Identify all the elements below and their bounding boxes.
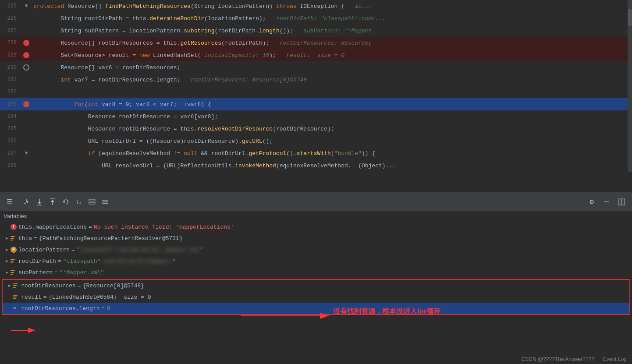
run-to-cursor-btn[interactable]: T↓ <box>73 196 85 208</box>
layout-btn[interactable] <box>615 196 628 208</box>
breakpoint-disabled-230[interactable] <box>23 64 29 71</box>
code-line-230[interactable]: 230 Resource[] var6 = rootDirResources; <box>0 61 632 74</box>
code-line-231[interactable]: 231 int var7 = rootDirResources.length; … <box>0 74 632 86</box>
var-equals: = <box>78 283 81 289</box>
line-number: 233 <box>0 101 21 107</box>
svg-marker-2 <box>38 202 41 204</box>
debugger-toolbar: ☰ <box>0 193 632 211</box>
line-gutter-229 <box>21 52 32 58</box>
code-content-233: for(int var8 = 0; var8 < var7; ++var8) { <box>32 101 632 108</box>
line-gutter-225: ▼ <box>21 3 32 9</box>
expand-arrow[interactable]: ▶ <box>4 258 11 265</box>
step-over-btn[interactable] <box>20 196 32 208</box>
no-expand <box>6 305 13 312</box>
line-number: 234 <box>0 113 21 120</box>
code-line-226[interactable]: 226 String rootDirPath = this.determineR… <box>0 12 632 25</box>
toolbar-right: ⚙ ― <box>586 196 628 208</box>
var-row-location-pattern[interactable]: ▶ P locationPattern = "classpath*:com/bb… <box>0 244 632 255</box>
var-equals: = <box>89 224 92 230</box>
rerun-icon <box>62 198 70 206</box>
csdn-label: CSDN @????The Answer???? <box>522 356 594 362</box>
breakpoint-228[interactable] <box>23 40 29 46</box>
code-line-228[interactable]: 228 Resource[] rootDirResources = this.g… <box>0 37 632 49</box>
code-line-234[interactable]: 234 Resource rootDirResource = var6[var8… <box>0 110 632 123</box>
step-into-btn[interactable] <box>33 196 46 208</box>
var-value: "classpath*:com/bb/ab/dc/_mapper.xml" <box>77 247 203 253</box>
run-to-cursor-icon: T↓ <box>75 198 83 206</box>
error-icon: ! <box>11 224 17 230</box>
no-expand <box>6 293 13 300</box>
step-out-btn[interactable] <box>46 196 59 208</box>
line-gutter-228 <box>21 40 32 46</box>
variables-panel: Variables ! this.mapperLocations = No su… <box>0 211 632 364</box>
code-content-229: Set<Resource> result = new LinkedHashSet… <box>32 52 632 59</box>
var-equals: = <box>54 269 58 276</box>
code-content-230: Resource[] var6 = rootDirResources; <box>32 64 632 71</box>
code-line-232[interactable]: 232 <box>0 86 632 98</box>
vertical-scrollbar[interactable] <box>628 0 632 172</box>
expand-arrow[interactable]: ▶ <box>4 269 11 276</box>
scrollbar-thumb[interactable] <box>628 9 632 26</box>
step-out-icon <box>49 198 57 206</box>
rerun-btn[interactable] <box>60 196 72 208</box>
code-content-231: int var7 = rootDirResources.length; root… <box>32 77 632 83</box>
code-line-235[interactable]: 235 Resource rootDirResource = this.reso… <box>0 123 632 135</box>
code-content-236: URL rootDirUrl = ((Resource)rootDirResou… <box>32 138 632 145</box>
code-line-229[interactable]: 229 Set<Resource> result = new LinkedHas… <box>0 49 632 61</box>
breakpoint-229[interactable] <box>23 52 29 58</box>
line-number: 229 <box>0 52 21 58</box>
line-number: 232 <box>0 89 21 95</box>
threads-btn[interactable] <box>99 196 111 208</box>
var-name: rootDirResources.length <box>21 305 99 312</box>
var-name: rootDirResources <box>21 283 76 289</box>
settings-btn[interactable]: ⚙ <box>586 196 598 208</box>
line-number: 227 <box>0 28 21 34</box>
line-number: 236 <box>0 138 21 144</box>
line-gutter-233 <box>21 101 32 107</box>
var-equals: = <box>58 258 61 265</box>
arrow-marker: ▼ <box>25 3 28 9</box>
code-line-236[interactable]: 236 URL rootDirUrl = ((Resource)rootDirR… <box>0 135 632 147</box>
var-row-sub-pattern[interactable]: ▶ subPattern = "*Mapper.xml" <box>0 267 632 278</box>
svg-marker-5 <box>51 200 54 202</box>
breakpoint-233[interactable] <box>23 101 29 107</box>
var-row-root-dir-path[interactable]: ▶ rootDirPath = "classpath*:com/bb/ab/dc… <box>0 255 632 267</box>
expand-arrow[interactable]: ▶ <box>4 246 11 253</box>
var-value: "*Mapper.xml" <box>60 269 104 276</box>
bottom-bar: CSDN @????The Answer???? Event Log <box>516 354 632 364</box>
code-editor[interactable]: 225 ▼ protected Resource[] findPathMatch… <box>0 0 632 193</box>
line-gutter-230 <box>21 64 32 71</box>
var-row-this[interactable]: ▶ this = {PathMatchingResourcePatternRes… <box>0 233 632 244</box>
var-row-mapper-locations[interactable]: ! this.mapperLocations = No such instanc… <box>0 221 632 233</box>
var-row-result[interactable]: result = {LinkedHashSet@6564} size = 0 <box>3 291 629 303</box>
code-line-233[interactable]: 233 for(int var8 = 0; var8 < var7; ++var… <box>0 98 632 110</box>
code-line-225[interactable]: 225 ▼ protected Resource[] findPathMatch… <box>0 0 632 12</box>
svg-rect-14 <box>618 199 621 205</box>
layout-icon <box>618 198 625 206</box>
line-number: 225 <box>0 3 21 9</box>
line-number: 230 <box>0 64 21 71</box>
code-line-238[interactable]: 238 URL resolvedUrl = (URL)ReflectionUti… <box>0 159 632 172</box>
var-value: {LinkedHashSet@6564} size = 0 <box>49 294 151 300</box>
var-icon-lines <box>11 269 17 276</box>
var-row-root-dir-resources[interactable]: ▶ rootDirResources = {Resource[0]@5748} <box>3 280 629 291</box>
var-equals: = <box>43 294 47 300</box>
code-content-227: String subPattern = locationPattern.subs… <box>32 28 632 34</box>
code-content-234: Resource rootDirResource = var6[var8]; <box>32 113 632 120</box>
red-arrow-svg <box>9 324 96 337</box>
arrow-marker-237: ▼ <box>25 150 28 156</box>
var-icon-lines <box>11 258 17 264</box>
menu-btn[interactable]: ☰ <box>4 196 16 208</box>
expand-arrow[interactable]: ▶ <box>4 235 11 242</box>
code-content-226: String rootDirPath = this.determineRootD… <box>32 15 632 22</box>
line-gutter-237: ▼ <box>21 150 32 156</box>
svg-rect-15 <box>622 199 625 205</box>
expand-arrow[interactable]: ▶ <box>6 282 13 289</box>
var-row-root-dir-resources-length[interactable]: ∞ rootDirResources.length = 0 <box>3 303 629 314</box>
var-equals: = <box>101 305 105 312</box>
code-line-227[interactable]: 227 String subPattern = locationPattern.… <box>0 25 632 37</box>
code-line-237[interactable]: 237 ▼ if (equinoxResolveMethod != null &… <box>0 147 632 159</box>
svg-rect-9 <box>89 199 95 201</box>
frames-btn[interactable] <box>86 196 98 208</box>
minimize-panel-btn[interactable]: ― <box>600 196 613 208</box>
